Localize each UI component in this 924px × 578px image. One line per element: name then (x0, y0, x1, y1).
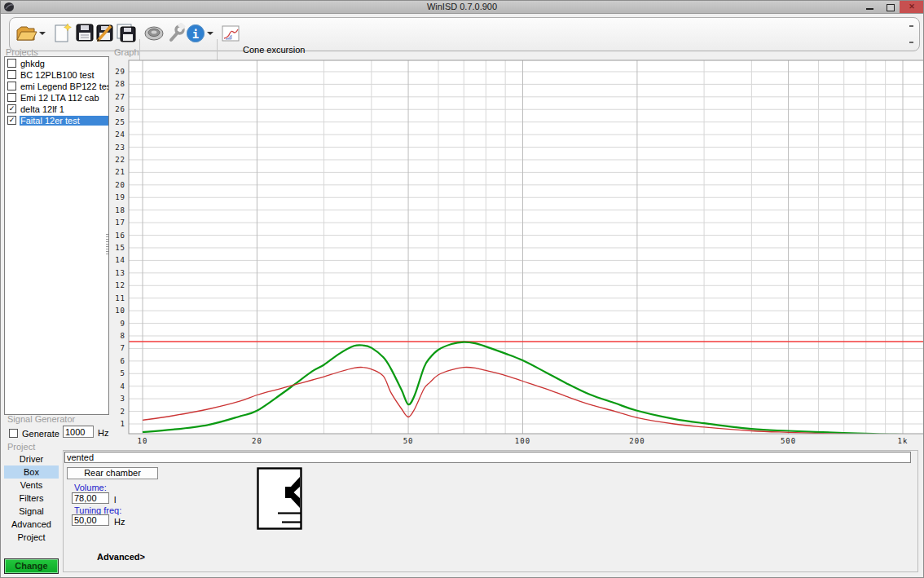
main-toolbar: i Cone excursion (9, 17, 920, 51)
tab-filters[interactable]: Filters (4, 492, 59, 505)
svg-text:13: 13 (115, 269, 125, 277)
svg-text:29: 29 (115, 68, 125, 76)
panel-splitter[interactable] (106, 234, 108, 255)
volume-label: Volume: (74, 483, 107, 492)
info-dropdown-arrow[interactable] (207, 32, 213, 35)
driver-database-icon[interactable] (143, 24, 165, 42)
project-item-label: delta 12lf 1 (20, 104, 108, 114)
svg-text:i: i (192, 28, 199, 41)
project-checkbox[interactable] (7, 82, 16, 90)
project-item-label: Faital 12er test (20, 116, 108, 126)
svg-text:16: 16 (115, 232, 125, 240)
svg-text:5: 5 (121, 369, 125, 377)
generator-frequency-unit: Hz (98, 428, 108, 438)
new-project-icon[interactable] (52, 22, 72, 45)
svg-text:1: 1 (121, 420, 125, 428)
about-info-icon[interactable]: i (186, 23, 205, 44)
project-item[interactable]: BC 12PLB100 test (5, 69, 108, 80)
svg-text:19: 19 (115, 193, 125, 201)
svg-text:9: 9 (121, 320, 125, 328)
view-type-label[interactable]: Cone excursion (243, 45, 305, 55)
tab-signal[interactable]: Signal (4, 505, 59, 518)
open-project-icon[interactable] (15, 23, 37, 44)
svg-text:24: 24 (115, 130, 125, 139)
toolbar-grip-top (909, 25, 913, 27)
tuning-freq-input[interactable] (72, 514, 109, 526)
project-checkbox[interactable]: ✓ (7, 116, 16, 125)
project-item[interactable]: ✓Faital 12er test (5, 115, 108, 126)
svg-text:10: 10 (115, 307, 125, 315)
svg-text:3: 3 (121, 395, 125, 403)
project-checkbox[interactable] (7, 70, 16, 79)
svg-text:4: 4 (121, 382, 125, 390)
project-checkbox[interactable] (7, 59, 16, 68)
project-item[interactable]: Emi 12 LTA 112 cab (5, 92, 108, 103)
svg-text:18: 18 (115, 206, 125, 214)
toolbar-grip-bottom (909, 42, 913, 43)
svg-text:7: 7 (121, 344, 125, 352)
volume-input[interactable] (72, 492, 109, 504)
svg-text:28: 28 (115, 80, 125, 88)
box-tab-panel (63, 450, 918, 572)
svg-text:500: 500 (781, 437, 796, 445)
tab-project[interactable]: Project (4, 531, 59, 544)
svg-text:26: 26 (115, 105, 125, 113)
rear-chamber-button[interactable]: Rear chamber (67, 467, 158, 479)
svg-text:14: 14 (115, 256, 125, 264)
open-dropdown-arrow[interactable] (39, 32, 46, 35)
svg-text:27: 27 (115, 93, 125, 101)
tab-box[interactable]: Box (4, 465, 59, 479)
generate-checkbox[interactable] (9, 429, 18, 438)
svg-text:23: 23 (115, 143, 125, 152)
projects-list[interactable]: ghkdgBC 12PLB100 testemi Legend BP122 te… (4, 56, 109, 415)
project-checkbox[interactable]: ✓ (7, 104, 16, 113)
vented-box-diagram (257, 467, 304, 531)
project-item-label: emi Legend BP122 test (20, 82, 108, 91)
tab-advanced[interactable]: Advanced (4, 518, 59, 531)
save-icon[interactable] (75, 23, 95, 42)
tab-driver[interactable]: Driver (4, 452, 59, 465)
project-item[interactable]: ✓delta 12lf 1 (5, 104, 108, 114)
maximize-button[interactable] (887, 4, 895, 11)
box-type-input[interactable] (64, 452, 911, 463)
svg-text:2: 2 (121, 408, 125, 416)
svg-text:21: 21 (115, 168, 125, 176)
svg-text:12: 12 (115, 281, 125, 289)
project-checkbox[interactable] (7, 93, 16, 102)
svg-text:6: 6 (121, 357, 125, 365)
svg-text:11: 11 (115, 294, 125, 302)
close-button[interactable]: ✕ (900, 1, 924, 13)
app-window: WinISD 0.7.0.900 ✕ (0, 0, 924, 578)
svg-text:200: 200 (629, 437, 645, 445)
generator-frequency-input[interactable] (63, 426, 94, 438)
project-item-label: ghkdg (20, 59, 108, 68)
svg-text:20: 20 (115, 181, 125, 189)
minimize-button[interactable] (866, 8, 873, 10)
svg-text:1k: 1k (898, 437, 909, 445)
svg-text:15: 15 (115, 244, 125, 252)
project-item[interactable]: emi Legend BP122 test (5, 81, 108, 91)
change-button[interactable]: Change (4, 558, 59, 574)
svg-text:20: 20 (252, 437, 262, 445)
tab-vents[interactable]: Vents (4, 479, 59, 492)
tuning-freq-unit: Hz (114, 517, 125, 527)
svg-text:25: 25 (115, 118, 125, 126)
svg-text:17: 17 (115, 218, 125, 227)
svg-text:50: 50 (403, 437, 414, 445)
project-item-label: Emi 12 LTA 112 cab (20, 93, 108, 103)
save-all-icon[interactable] (116, 23, 137, 42)
svg-text:22: 22 (115, 156, 125, 164)
generate-label: Generate (22, 429, 59, 439)
signal-generator-group-label: Signal Generator (7, 414, 75, 424)
window-title: WinISD 0.7.0.900 (1, 2, 923, 11)
title-bar: WinISD 0.7.0.900 ✕ (1, 1, 923, 14)
save-as-icon[interactable] (95, 23, 116, 42)
options-wrench-icon[interactable] (166, 23, 186, 44)
excursion-chart[interactable]: 1234567891011121314151617181920212223242… (112, 55, 924, 445)
project-item[interactable]: ghkdg (5, 58, 108, 68)
advanced-link[interactable]: Advanced> (97, 552, 145, 562)
plot-type-icon[interactable] (222, 25, 240, 42)
svg-text:8: 8 (121, 332, 125, 340)
svg-text:100: 100 (515, 437, 530, 445)
project-item-label: BC 12PLB100 test (20, 70, 108, 80)
